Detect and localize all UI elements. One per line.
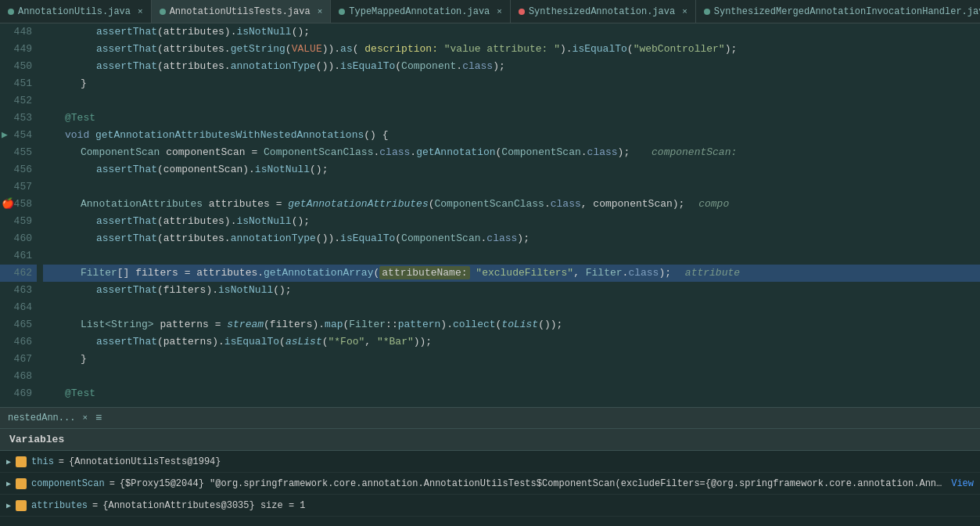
code-line-469: @Test xyxy=(43,385,980,402)
code-line-456: assertThat(componentScan).isNotNull(); xyxy=(43,161,980,178)
tab-synthesized-annotation[interactable]: SynthesizedAnnotation.java × xyxy=(511,0,696,23)
var-value-this: {AnnotationUtilsTests@1994} xyxy=(69,456,974,467)
code-line-460: assertThat(attributes.annotationType()).… xyxy=(43,230,980,247)
nested-ann-tab[interactable]: nestedAnn... × xyxy=(8,413,88,423)
gutter-line-455: 455 xyxy=(0,144,37,161)
tab-label: SynthesizedMergedAnnotationInvocationHan… xyxy=(714,6,980,17)
var-value-attributes: {AnnotationAttributes@3035} size = 1 xyxy=(102,500,974,511)
code-editor[interactable]: assertThat(attributes).isNotNull(); asse… xyxy=(43,23,980,407)
gutter-line-461: 461 xyxy=(0,247,37,265)
var-equals: = xyxy=(59,456,64,467)
gutter-line-450: 450 xyxy=(0,58,37,75)
code-line-463: assertThat(filters).isNotNull(); xyxy=(43,282,980,299)
code-line-459: assertThat(attributes).isNotNull(); xyxy=(43,213,980,230)
view-link[interactable]: View xyxy=(951,478,974,489)
code-line-464 xyxy=(43,299,980,316)
code-line-454: void getAnnotationAttributesWithNestedAn… xyxy=(43,127,980,144)
variable-row-this[interactable]: ▶ this = {AnnotationUtilsTests@1994} xyxy=(0,451,980,473)
gutter-line-469: 469 xyxy=(0,385,37,402)
code-line-452 xyxy=(43,92,980,110)
var-equals: = xyxy=(92,500,98,511)
tab-synthesized-merged[interactable]: SynthesizedMergedAnnotationInvocationHan… xyxy=(696,0,980,23)
var-equals: = xyxy=(109,478,115,489)
gutter-line-456: 456 xyxy=(0,161,37,178)
tab-label: TypeMappedAnnotation.java xyxy=(349,6,490,17)
nested-ann-close-icon[interactable]: × xyxy=(82,413,88,423)
line-number-gutter: 448 449 450 451 452 453 ▶ 454 455 456 45… xyxy=(0,23,43,407)
code-line-466: assertThat(patterns).isEqualTo(asList("*… xyxy=(43,333,980,351)
code-line-450: assertThat(attributes.annotationType()).… xyxy=(43,58,980,75)
panel-separator: nestedAnn... × ≡ xyxy=(0,407,980,429)
var-name-this: this xyxy=(31,456,54,467)
menu-icon[interactable]: ≡ xyxy=(95,412,102,424)
variable-row-component-scan[interactable]: ▶ componentScan = {$Proxy15@2044} "@org.… xyxy=(0,473,980,495)
tab-dot xyxy=(160,9,166,15)
code-line-449: assertThat(attributes.getString(VALUE)).… xyxy=(43,41,980,58)
code-line-448: assertThat(attributes).isNotNull(); xyxy=(43,23,980,41)
code-line-457 xyxy=(43,178,980,196)
gutter-line-452: 452 xyxy=(0,92,37,110)
gutter-line-464: 464 xyxy=(0,299,37,316)
gutter-line-463: 463 xyxy=(0,282,37,299)
variable-row-attributes[interactable]: ▶ attributes = {AnnotationAttributes@303… xyxy=(0,495,980,517)
gutter-line-458: 🍎 458 xyxy=(0,196,37,213)
tab-close-icon[interactable]: × xyxy=(318,7,323,16)
gutter-line-459: 459 xyxy=(0,213,37,230)
gutter-line-451: 451 xyxy=(0,75,37,92)
variable-type-icon xyxy=(16,500,27,511)
variables-title: Variables xyxy=(9,434,64,445)
gutter-line-448: 448 xyxy=(0,23,37,41)
gutter-line-465: 465 xyxy=(0,316,37,333)
code-line-451: } xyxy=(43,75,980,92)
tab-annotation-utils-tests[interactable]: AnnotationUtilsTests.java × xyxy=(152,0,332,23)
editor-area: 448 449 450 451 452 453 ▶ 454 455 456 45… xyxy=(0,23,980,407)
code-line-468 xyxy=(43,368,980,385)
error-icon: 🍎 xyxy=(2,196,14,213)
gutter-line-449: 449 xyxy=(0,41,37,58)
gutter-line-468: 468 xyxy=(0,368,37,385)
gutter-line-467: 467 xyxy=(0,351,37,368)
expand-icon[interactable]: ▶ xyxy=(6,479,11,488)
code-line-455: ComponentScan componentScan = ComponentS… xyxy=(43,144,980,161)
tab-dot xyxy=(8,9,14,15)
gutter-line-454: ▶ 454 xyxy=(0,127,37,144)
code-line-458: AnnotationAttributes attributes = getAnn… xyxy=(43,196,980,213)
variable-type-icon xyxy=(16,478,27,489)
code-line-453: @Test xyxy=(43,110,980,127)
tab-type-mapped[interactable]: TypeMappedAnnotation.java × xyxy=(331,0,511,23)
var-value-component-scan: {$Proxy15@2044} "@org.springframework.co… xyxy=(120,478,943,489)
gutter-line-462: 462 xyxy=(0,265,37,282)
code-line-465: List<String> patterns = stream(filters).… xyxy=(43,316,980,333)
variables-panel: Variables ▶ this = {AnnotationUtilsTests… xyxy=(0,429,980,526)
gutter-line-460: 460 xyxy=(0,230,37,247)
code-line-462: Filter[] filters = attributes.getAnnotat… xyxy=(43,265,980,282)
tab-dot xyxy=(704,9,710,15)
tab-bar: AnnotationUtils.java × AnnotationUtilsTe… xyxy=(0,0,980,23)
tab-dot xyxy=(339,9,345,15)
run-icon: ▶ xyxy=(2,127,8,144)
tab-close-icon[interactable]: × xyxy=(682,7,687,16)
tab-annotation-utils[interactable]: AnnotationUtils.java × xyxy=(0,0,152,23)
tab-label: SynthesizedAnnotation.java xyxy=(529,6,675,17)
gutter-line-457: 457 xyxy=(0,178,37,196)
tab-label: AnnotationUtilsTests.java xyxy=(170,6,311,17)
expand-icon[interactable]: ▶ xyxy=(6,501,11,510)
tab-label: AnnotationUtils.java xyxy=(18,6,131,17)
tab-dot xyxy=(519,9,525,15)
gutter-line-466: 466 xyxy=(0,333,37,351)
nested-ann-label: nestedAnn... xyxy=(8,413,75,423)
code-line-461 xyxy=(43,247,980,265)
var-name-attributes: attributes xyxy=(31,500,88,511)
gutter-line-453: 453 xyxy=(0,110,37,127)
tab-close-icon[interactable]: × xyxy=(138,7,143,16)
tab-close-icon[interactable]: × xyxy=(497,7,502,16)
variable-type-icon xyxy=(16,456,27,467)
var-name-component-scan: componentScan xyxy=(31,478,105,489)
variables-header: Variables xyxy=(0,429,980,451)
expand-icon[interactable]: ▶ xyxy=(6,457,11,467)
code-line-467: } xyxy=(43,351,980,368)
